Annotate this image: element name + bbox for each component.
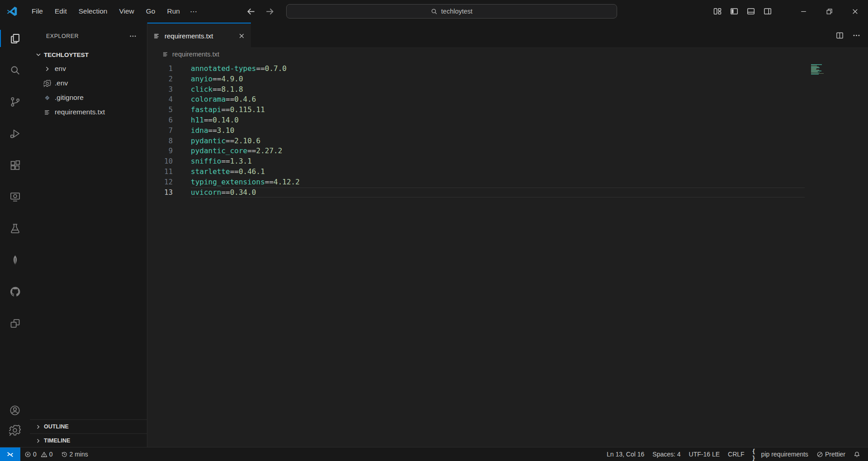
status-encoding[interactable]: UTF-16 LE [685, 447, 724, 461]
menu-more[interactable]: ⋯ [185, 5, 202, 18]
tree-item-requirements-txt[interactable]: requirements.txt [30, 105, 147, 119]
menu-file[interactable]: File [26, 5, 48, 18]
menu-selection[interactable]: Selection [73, 5, 113, 18]
toggle-panel-icon[interactable] [746, 7, 755, 16]
minimize-button[interactable] [791, 0, 816, 23]
breadcrumb[interactable]: requirements.txt [147, 48, 868, 61]
tree-item-env[interactable]: .env [30, 76, 147, 90]
code-line-11[interactable]: 11starlette==0.46.1 [147, 167, 868, 177]
forward-arrow-icon[interactable] [265, 7, 274, 16]
tree-item-env[interactable]: env [30, 61, 147, 76]
remote-indicator[interactable] [0, 447, 20, 461]
menu-go[interactable]: Go [141, 5, 161, 18]
line-number[interactable]: 1 [147, 64, 173, 74]
code-text[interactable]: annotated-types==0.7.0 [191, 64, 805, 74]
section-outline[interactable]: OUTLINE [30, 419, 147, 433]
code-text[interactable]: click==8.1.8 [191, 85, 805, 95]
code-text[interactable]: starlette==0.46.1 [191, 167, 805, 177]
code-line-9[interactable]: 9pydantic_core==2.27.2 [147, 146, 868, 156]
activity-source-control[interactable] [0, 86, 30, 118]
minimap[interactable] [811, 64, 824, 75]
restore-button[interactable] [816, 0, 842, 23]
project-root-techloytest[interactable]: TECHLOYTEST [30, 48, 147, 61]
code-text[interactable]: fastapi==0.115.11 [191, 105, 805, 115]
status-timeline-duration[interactable]: 2 mins [57, 447, 92, 461]
status-formatter[interactable]: Prettier [812, 447, 849, 461]
line-number[interactable]: 13 [147, 188, 173, 198]
line-number[interactable]: 7 [147, 126, 173, 136]
line-number[interactable]: 6 [147, 115, 173, 126]
status-text: 2 mins [70, 451, 88, 458]
activity-mongodb[interactable] [0, 244, 30, 276]
tab-close-icon[interactable] [238, 32, 245, 40]
menu-edit[interactable]: Edit [49, 5, 72, 18]
tab-requirements-txt[interactable]: requirements.txt [147, 23, 251, 48]
line-number[interactable]: 2 [147, 74, 173, 85]
menu-view[interactable]: View [113, 5, 139, 18]
code-line-8[interactable]: 8pydantic==2.10.6 [147, 136, 868, 146]
line-number[interactable]: 11 [147, 167, 173, 177]
code-editor[interactable]: 1annotated-types==0.7.02anyio==4.9.03cli… [147, 61, 868, 444]
activity-search[interactable] [0, 54, 30, 86]
line-number[interactable]: 5 [147, 105, 173, 115]
activity-accounts[interactable] [0, 400, 30, 420]
code-line-12[interactable]: 12typing_extensions==4.12.2 [147, 177, 868, 188]
code-text[interactable]: h11==0.14.0 [191, 115, 805, 126]
code-text[interactable]: idna==3.10 [191, 126, 805, 136]
section-timeline[interactable]: TIMELINE [30, 433, 147, 447]
project-name: TECHLOYTEST [44, 52, 89, 58]
line-number[interactable]: 3 [147, 85, 173, 95]
line-number[interactable]: 8 [147, 136, 173, 146]
code-line-5[interactable]: 5fastapi==0.115.11 [147, 105, 868, 115]
ellipsis-icon[interactable] [852, 31, 861, 40]
line-number[interactable]: 10 [147, 156, 173, 167]
activity-github[interactable] [0, 276, 30, 307]
code-line-7[interactable]: 7idna==3.10 [147, 126, 868, 136]
command-center-search[interactable]: techloytest [286, 4, 617, 19]
split-editor-icon[interactable] [835, 31, 844, 40]
status-cursor-position[interactable]: Ln 13, Col 16 [603, 447, 648, 461]
line-number[interactable]: 12 [147, 177, 173, 188]
code-text[interactable]: anyio==4.9.0 [191, 74, 805, 85]
code-text[interactable]: uvicorn==0.34.0 [191, 188, 805, 198]
line-number[interactable]: 4 [147, 94, 173, 105]
line-number[interactable]: 9 [147, 146, 173, 156]
status-indentation[interactable]: Spaces: 4 [648, 447, 684, 461]
customize-layout-icon[interactable] [713, 7, 722, 16]
status-language-mode[interactable]: { }pip requirements [749, 447, 812, 461]
code-line-6[interactable]: 6h11==0.14.0 [147, 115, 868, 126]
activity-testing[interactable] [0, 212, 30, 244]
tab-label: requirements.txt [165, 32, 234, 40]
close-button[interactable] [842, 0, 868, 23]
activity-remote-explorer[interactable] [0, 181, 30, 212]
menu-bar: FileEditSelectionViewGoRun [26, 5, 185, 18]
toggle-secondary-sidebar-icon[interactable] [763, 7, 772, 16]
status-end-of-line[interactable]: CRLF [724, 447, 749, 461]
code-line-3[interactable]: 3click==8.1.8 [147, 85, 868, 95]
menu-run[interactable]: Run [161, 5, 185, 18]
code-text[interactable]: typing_extensions==4.12.2 [191, 177, 805, 188]
status-text: CRLF [728, 451, 745, 458]
activity-containers[interactable] [0, 307, 30, 339]
activity-extensions[interactable] [0, 149, 30, 181]
back-arrow-icon[interactable] [246, 7, 256, 16]
code-line-13[interactable]: 13uvicorn==0.34.0 [147, 188, 868, 198]
toggle-primary-sidebar-icon[interactable] [730, 7, 739, 16]
code-line-1[interactable]: 1annotated-types==0.7.0 [147, 64, 868, 74]
ellipsis-icon[interactable] [129, 32, 137, 40]
chevron-right-icon [35, 423, 42, 430]
code-text[interactable]: sniffio==1.3.1 [191, 156, 805, 167]
code-text[interactable]: pydantic==2.10.6 [191, 136, 805, 146]
activity-run-and-debug[interactable] [0, 118, 30, 149]
code-line-10[interactable]: 10sniffio==1.3.1 [147, 156, 868, 167]
code-text[interactable]: pydantic_core==2.27.2 [191, 146, 805, 156]
status-problems[interactable]: 00 [20, 447, 57, 461]
activity-explorer[interactable] [0, 23, 30, 54]
activity-manage[interactable] [0, 420, 30, 440]
code-line-4[interactable]: 4colorama==0.4.6 [147, 94, 868, 105]
code-line-2[interactable]: 2anyio==4.9.0 [147, 74, 868, 85]
code-text[interactable]: colorama==0.4.6 [191, 94, 805, 105]
status-notifications[interactable] [849, 447, 864, 461]
vscode-logo-icon [6, 5, 18, 17]
tree-item-gitignore[interactable]: .gitignore [30, 90, 147, 105]
